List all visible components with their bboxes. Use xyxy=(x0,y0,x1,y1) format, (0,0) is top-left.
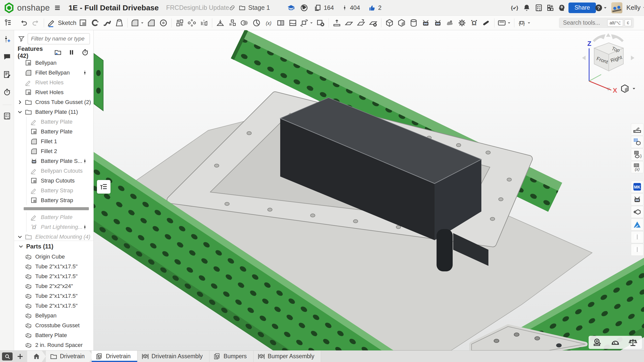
toolbar-tool[interactable] xyxy=(367,17,379,29)
toolbar-tool[interactable] xyxy=(127,18,128,27)
toolbar-tool[interactable] xyxy=(186,17,198,29)
workspace-folder-icon[interactable] xyxy=(239,4,246,11)
feature-row[interactable]: Bellypan Cutouts xyxy=(14,166,93,176)
document-tab[interactable]: Drivetrain xyxy=(92,351,137,362)
help-icon[interactable] xyxy=(595,4,608,12)
toolbar-tool[interactable] xyxy=(226,17,238,29)
feature-row[interactable]: Bellypan xyxy=(14,58,93,68)
toolbar-tool[interactable] xyxy=(314,17,327,29)
toolbar-tool[interactable] xyxy=(396,17,408,29)
part-row[interactable]: Origin Cube xyxy=(14,252,93,262)
folder-chevron-icon[interactable] xyxy=(17,109,23,115)
feature-list-toggle-button[interactable] xyxy=(97,180,111,194)
avatar[interactable] xyxy=(611,2,622,13)
part-row[interactable]: Crosstube Gusset xyxy=(14,320,93,330)
onshape-logo-icon[interactable] xyxy=(4,2,15,13)
right-rail-button[interactable] xyxy=(631,181,643,193)
user-menu[interactable]: Kelly xyxy=(624,4,644,12)
versions-count[interactable]: 404 xyxy=(341,4,360,12)
right-rail-button[interactable] xyxy=(631,231,643,243)
search-tabs-icon[interactable] xyxy=(0,351,15,362)
document-tab[interactable]: Drivetrain Assembly xyxy=(137,351,209,362)
hamburger-menu-icon[interactable] xyxy=(53,4,61,12)
toolbar-tool[interactable] xyxy=(263,17,275,29)
toolbar-tool[interactable] xyxy=(381,18,381,27)
document-tab[interactable]: Bumper Assembly xyxy=(254,351,321,362)
featurescript-check-icon[interactable] xyxy=(511,4,519,12)
feature-row[interactable]: Rivet Holes xyxy=(14,87,93,97)
chevron-down-icon[interactable] xyxy=(139,21,145,25)
toolbar-tool[interactable] xyxy=(18,17,30,29)
feature-row[interactable]: Battery Plate xyxy=(14,212,93,222)
toolbar-tool[interactable] xyxy=(514,18,514,27)
link-icon[interactable] xyxy=(229,4,236,11)
versions-icon[interactable] xyxy=(2,34,13,45)
tasklist-icon[interactable] xyxy=(2,111,13,122)
mass-properties-icon[interactable] xyxy=(627,337,638,347)
3d-viewport[interactable]: Z X Top Front Right xyxy=(94,30,644,350)
view-mode-dropdown[interactable] xyxy=(620,84,636,94)
public-globe-icon[interactable] xyxy=(300,4,308,12)
toolbar-tool[interactable] xyxy=(420,17,432,29)
right-rail-button[interactable] xyxy=(631,219,643,231)
search-tools[interactable]: alt/⌥ c xyxy=(559,18,634,28)
toolbar-tool[interactable] xyxy=(383,17,396,29)
toolbar-tool[interactable] xyxy=(113,17,125,29)
feature-row[interactable]: Fillet 1 xyxy=(14,136,93,146)
toolbar-tool[interactable] xyxy=(432,17,444,29)
rotate-up-arrow-icon[interactable] xyxy=(606,33,611,37)
share-button[interactable]: Share xyxy=(568,3,596,13)
battery-strap-post-part[interactable] xyxy=(437,229,453,271)
regeneration-time-icon[interactable] xyxy=(81,49,89,56)
copies-count[interactable]: 164 xyxy=(314,4,334,12)
feature-row[interactable]: Battery Plate xyxy=(14,117,93,127)
roll-cw-arrow-icon[interactable] xyxy=(613,36,623,41)
toolbar-tool[interactable] xyxy=(238,17,251,29)
chevron-down-icon[interactable] xyxy=(526,21,531,25)
feature-row[interactable]: Electrical Mounting (4) xyxy=(14,232,93,241)
toolbar-tool[interactable] xyxy=(145,17,157,29)
toolbar-tool[interactable] xyxy=(444,17,456,29)
chevron-down-icon[interactable] xyxy=(506,21,511,25)
search-tools-input[interactable] xyxy=(563,19,606,26)
right-rail-button[interactable] xyxy=(631,161,643,173)
toolbar-tool[interactable] xyxy=(299,17,314,29)
tape-measure-icon[interactable] xyxy=(592,337,603,347)
feature-row[interactable]: Fillet Bellypan xyxy=(14,68,93,78)
toolbar-tool[interactable] xyxy=(198,17,210,29)
ai-assistant-icon[interactable] xyxy=(557,4,565,12)
document-tab[interactable]: Bumpers xyxy=(209,351,254,362)
part-row[interactable]: Bellypan xyxy=(14,311,93,320)
feature-tree-toggle-icon[interactable] xyxy=(2,17,14,29)
toolbar-tool[interactable] xyxy=(275,17,287,29)
suppress-pause-icon[interactable] xyxy=(68,49,75,56)
right-rail-button[interactable] xyxy=(631,123,643,135)
comments-icon[interactable] xyxy=(2,51,13,62)
right-rail-button[interactable] xyxy=(631,136,643,148)
add-tab-button[interactable] xyxy=(15,351,26,362)
history-stopwatch-icon[interactable] xyxy=(2,87,13,98)
notifications-bell-icon[interactable] xyxy=(523,4,531,12)
toolbar-tool[interactable] xyxy=(44,18,44,27)
document-tab[interactable]: Drivetrain xyxy=(46,351,93,362)
feature-row[interactable]: Battery Plate (11) xyxy=(14,107,93,117)
toolbar-tool[interactable] xyxy=(174,17,186,29)
toolbar-tool[interactable] xyxy=(287,17,299,29)
toolbar-tool[interactable] xyxy=(343,17,355,29)
tasks-icon[interactable] xyxy=(535,4,543,12)
feature-row[interactable]: Battery Plate xyxy=(14,127,93,136)
toolbar-tool[interactable] xyxy=(331,17,343,29)
workspace-name[interactable]: Stage 1 xyxy=(248,4,270,11)
part-row[interactable]: Tube 2"x1"x17.5" xyxy=(14,301,93,311)
3d-scene[interactable] xyxy=(94,30,644,350)
part-row[interactable]: Tube 2"x1"x17.5" xyxy=(14,271,93,281)
feature-row[interactable]: Rivet Holes xyxy=(14,78,93,87)
feature-row[interactable]: Battery Strap xyxy=(14,186,93,195)
toolbar-tool[interactable] xyxy=(496,17,512,29)
toolbar-tool[interactable] xyxy=(77,17,89,29)
chevron-down-icon[interactable] xyxy=(309,21,314,25)
filter-input[interactable] xyxy=(28,33,90,44)
toolbar-tool[interactable] xyxy=(355,17,367,29)
toolbar-tool[interactable] xyxy=(212,18,212,27)
toolbar-tool[interactable] xyxy=(89,17,101,29)
